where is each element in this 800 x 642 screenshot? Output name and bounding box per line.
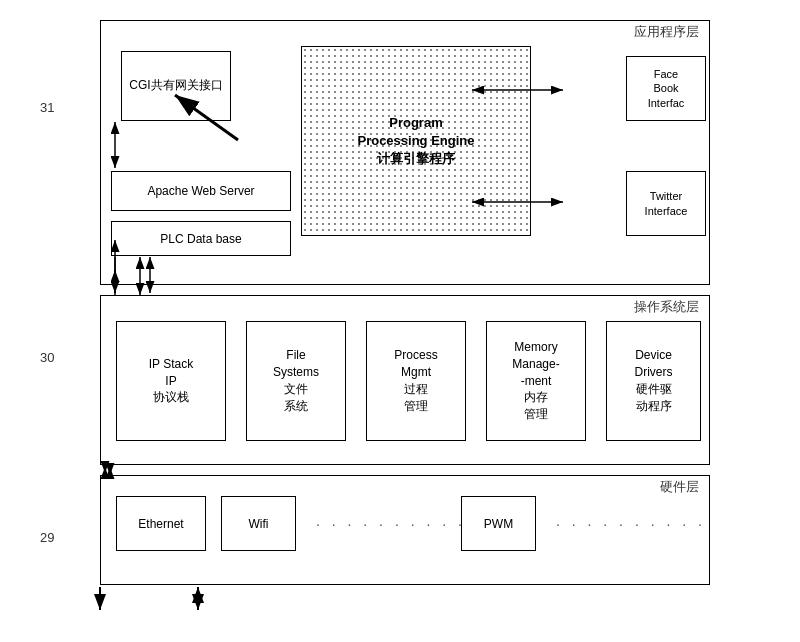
memory-text: MemoryManage--ment内存管理: [512, 339, 559, 423]
plc-box: PLC Data base: [111, 221, 291, 256]
dots-1: · · · · · · · · · · ·: [316, 516, 482, 532]
app-layer-label: 应用程序层: [634, 23, 699, 41]
filesystems-box: FileSystems文件系统: [246, 321, 346, 441]
dots-2: · · · · · · · · · ·: [556, 516, 706, 532]
number-30: 30: [40, 350, 54, 365]
ethernet-text: Ethernet: [138, 517, 183, 531]
hw-layer-label: 硬件层: [660, 478, 699, 496]
ppe-text: Program Processing Engine 计算引擎程序: [352, 109, 479, 174]
devicedrivers-box: DeviceDrivers硬件驱动程序: [606, 321, 701, 441]
ppe-line2: Processing Engine: [357, 132, 474, 150]
app-layer: 应用程序层 CGI共有网关接口 Apache Web Server PLC Da…: [100, 20, 710, 285]
facebook-text: FaceBookInterfac: [648, 67, 685, 110]
memory-box: MemoryManage--ment内存管理: [486, 321, 586, 441]
twitter-text: TwitterInterface: [645, 189, 688, 218]
wifi-box: Wifi: [221, 496, 296, 551]
hw-layer: 硬件层 Ethernet Wifi · · · · · · · · · · · …: [100, 475, 710, 585]
ppe-line1: Program: [357, 114, 474, 132]
number-31: 31: [40, 100, 54, 115]
wifi-text: Wifi: [249, 517, 269, 531]
apache-box: Apache Web Server: [111, 171, 291, 211]
facebook-box: FaceBookInterfac: [626, 56, 706, 121]
ethernet-box: Ethernet: [116, 496, 206, 551]
ipstack-box: IP StackIP协议栈: [116, 321, 226, 441]
ipstack-text: IP StackIP协议栈: [149, 356, 193, 406]
processmgmt-box: ProcessMgmt过程管理: [366, 321, 466, 441]
plc-text: PLC Data base: [160, 232, 241, 246]
pwm-text: PWM: [484, 517, 513, 531]
devicedrivers-text: DeviceDrivers硬件驱动程序: [635, 347, 673, 414]
os-layer: 操作系统层 IP StackIP协议栈 FileSystems文件系统 Proc…: [100, 295, 710, 465]
ppe-box: Program Processing Engine 计算引擎程序: [301, 46, 531, 236]
apache-text: Apache Web Server: [147, 184, 254, 198]
cgi-text: CGI共有网关接口: [129, 78, 222, 94]
pwm-box: PWM: [461, 496, 536, 551]
filesystems-text: FileSystems文件系统: [273, 347, 319, 414]
cgi-box: CGI共有网关接口: [121, 51, 231, 121]
os-layer-label: 操作系统层: [634, 298, 699, 316]
processmgmt-text: ProcessMgmt过程管理: [394, 347, 437, 414]
twitter-box: TwitterInterface: [626, 171, 706, 236]
number-29: 29: [40, 530, 54, 545]
ppe-line3: 计算引擎程序: [357, 150, 474, 168]
